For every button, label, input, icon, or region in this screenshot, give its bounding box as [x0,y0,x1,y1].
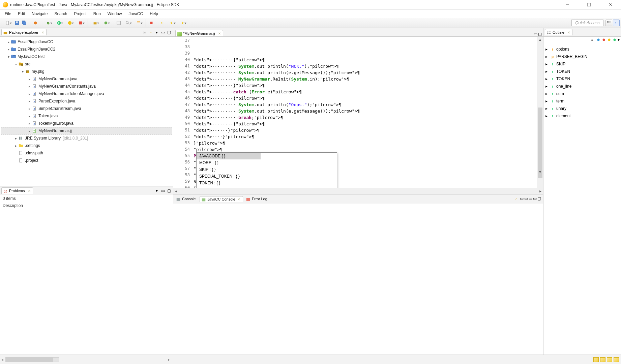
autocomplete-item[interactable]: MORE : { } [197,159,337,166]
package-explorer-tree[interactable]: ▸EssaiPluginJavaCC▸EssaiPluginJavaCC2▾My… [0,37,173,186]
close-icon[interactable]: ✕ [237,198,240,201]
pin-console-button[interactable] [514,196,519,202]
problems-description-header[interactable]: Description [0,202,173,209]
close-icon[interactable]: ✕ [567,31,570,34]
console-tab[interactable]: Error Log [244,196,270,202]
twisty-icon[interactable]: ▸ [545,69,550,74]
horizontal-scrollbar[interactable]: ◂ ▸ [173,188,543,194]
close-icon[interactable]: ✕ [41,31,44,34]
stop-button[interactable] [148,20,155,26]
menu-edit[interactable]: Edit [14,11,28,17]
coverage-button[interactable] [65,20,75,26]
autocomplete-item[interactable]: JAVACODE { } [197,153,261,159]
twisty-icon[interactable]: ▸ [545,54,550,59]
scroll-right-icon[interactable]: ▸ [60,357,170,362]
minimize-view-button[interactable]: ▭ [160,188,166,193]
menu-navigate[interactable]: Navigate [28,11,51,17]
tree-item[interactable]: ▸EssaiPluginJavaCC2 [1,46,172,53]
outline-item[interactable]: ▸rSKIP [544,60,620,68]
menu-search[interactable]: Search [51,11,70,17]
code-line[interactable]: "dots">······}"pilcrow">¶ [194,127,537,133]
scroll-left-icon[interactable]: ◂ [1,357,3,362]
twisty-icon[interactable]: ▸ [6,47,11,52]
outline-item[interactable]: ▸ioptions [544,46,620,53]
scrollbar-thumb[interactable] [538,108,542,178]
status-indicator-4[interactable] [614,357,619,362]
tree-item[interactable]: ▾my.pkg [1,68,172,75]
tree-item[interactable]: ▸.settings [1,142,172,149]
scroll-down-icon[interactable]: ▾ [537,169,543,175]
vertical-scrollbar[interactable]: ▴ ▾ [537,37,543,188]
code-line[interactable]: "dots">········}"pilcrow">¶ [194,82,537,89]
tree-item[interactable]: ▸JMyNewGrammar.java [1,75,172,83]
run-button[interactable] [54,20,64,26]
autocomplete-item[interactable]: TOKEN_MGR_DECLS : { } [197,186,337,188]
twisty-icon[interactable]: ▾ [13,62,18,66]
maximize-console-button[interactable]: ▢ [537,196,541,202]
close-button[interactable] [603,0,618,9]
build-button[interactable] [32,20,39,26]
menu-window[interactable]: Window [104,11,125,17]
maximize-view-button[interactable]: ▢ [166,188,172,193]
code-line[interactable]: "dots">········catch (Error e)"pilcrow">… [194,89,537,95]
open-type-button[interactable] [115,20,122,26]
debug-button[interactable] [43,20,53,26]
minimize-editor-button[interactable]: ▭ [534,32,537,36]
link-editor-button[interactable] [148,30,153,35]
view-menu-button[interactable]: ▾ [618,37,620,43]
java-perspective-button[interactable]: J [613,20,620,26]
sort-button[interactable]: a [591,37,595,43]
code-line[interactable]: "dots">········}"pilcrow">¶ [194,121,537,127]
tree-item[interactable]: ▸EssaiPluginJavaCC [1,38,172,46]
tree-item[interactable]: ▾MyJavaCCTest [1,53,172,60]
tree-item[interactable]: .classpath [1,149,172,157]
tree-item[interactable]: ▸JToken.java [1,112,172,120]
outline-item[interactable]: ▸runary [544,105,620,112]
twisty-icon[interactable]: ▸ [27,91,32,96]
outline-tab[interactable]: Outline ✕ [545,29,572,35]
twisty-icon[interactable]: ▸ [545,114,550,118]
tree-item[interactable]: ▸JParseException.java [1,97,172,105]
editor-body[interactable]: 3738394041424344454647484950515253545556… [173,37,543,188]
twisty-icon[interactable]: ▸ [13,136,18,141]
last-edit-button[interactable] [159,20,166,26]
open-perspective-button[interactable] [605,20,612,26]
code-line[interactable]: }"pilcrow">¶ [194,140,537,146]
twisty-icon[interactable]: ▾ [6,54,11,59]
maximize-editor-button[interactable]: ▢ [538,32,542,36]
code-line[interactable]: "dots">··········MyNewGrammar.ReInit(Sys… [194,76,537,82]
outline-tree[interactable]: ▸ioptions▸pPARSER_BEGIN▸rSKIP▸rTOKEN▸rTO… [543,44,621,355]
display-sel-button[interactable]: ▭ [520,196,524,202]
menu-file[interactable]: File [1,11,14,17]
code-line[interactable]: "dots">········{"pilcrow">¶ [194,95,537,101]
status-hscroll[interactable] [5,357,59,362]
twisty-icon[interactable] [13,158,18,163]
code-line[interactable]: "dots">··········System.out.println(e.ge… [194,69,537,76]
twisty-icon[interactable]: ▸ [27,106,32,111]
outline-item[interactable]: ▸rsum [544,90,620,97]
save-all-button[interactable] [21,20,28,26]
package-explorer-tab[interactable]: Package Explorer ✕ [1,29,47,35]
autocomplete-item[interactable]: SPECIAL_TOKEN : { } [197,173,337,180]
twisty-icon[interactable]: ▸ [27,99,32,103]
new-class-button[interactable] [101,20,111,26]
twisty-icon[interactable]: ▸ [545,99,550,103]
autocomplete-item[interactable]: SKIP : { } [197,166,337,173]
quick-access-field[interactable]: Quick Access [571,20,603,26]
outline-item[interactable]: ▸rterm [544,97,620,105]
status-indicator-3[interactable] [607,357,612,362]
autocomplete-item[interactable]: TOKEN : { } [197,180,337,186]
autocomplete-popup[interactable]: JAVACODE { }MORE : { }SKIP : { }SPECIAL_… [196,152,337,188]
outline-item[interactable]: ▸rone_line [544,83,620,90]
outline-item[interactable]: ▸rTOKEN [544,68,620,75]
console-tab[interactable]: JavaCC Console✕ [200,196,243,202]
twisty-icon[interactable]: ▸ [545,84,550,89]
scroll-up-icon[interactable]: ▴ [537,37,543,42]
view-menu-button[interactable]: ▾ [154,188,159,193]
code-line[interactable]: "dots">····}"pilcrow">¶ [194,133,537,140]
twisty-icon[interactable]: ▸ [545,106,550,111]
code-line[interactable]: "dots">··········System.out.println(e.ge… [194,108,537,114]
maximize-button[interactable] [581,0,597,9]
close-icon[interactable]: ✕ [28,189,31,193]
tree-item[interactable]: ▸MyNewGrammar.jj [1,127,172,134]
